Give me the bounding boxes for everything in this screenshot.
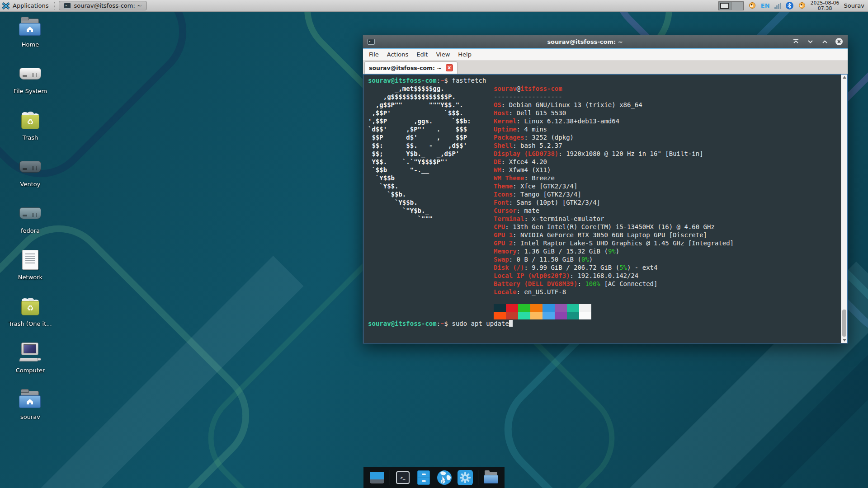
dock: >_ [363,467,505,488]
dock-separator [478,470,478,485]
trash-full-icon: ♻ [20,296,41,317]
workspace-2[interactable] [731,2,743,10]
menu-help[interactable]: Help [454,51,476,58]
desktop-icons: Home File System ♻ Trash Ventoy fedora N… [6,16,54,435]
desktop-icon-label: Trash [23,134,38,141]
applications-menu-button[interactable]: Applications [0,0,52,11]
debian-ascii-logo: _,met$$$$$gg. ,g$$$$$$$$$$$$$$$P. ,g$$P"… [368,84,494,319]
desktop-icon-home[interactable]: Home [6,16,54,61]
menu-edit[interactable]: Edit [412,51,432,58]
hard-drive-icon [19,63,41,84]
globe-icon [437,470,452,485]
taskbar-window-title: sourav@itsfoss-com: ~ [74,2,142,9]
file-cabinet-launcher[interactable] [415,469,432,486]
workspace-switcher[interactable] [718,1,744,10]
fastfetch-info-lines: sourav@itsfoss-com------------------OS: … [494,84,734,296]
scrollbar-thumb[interactable] [842,310,846,337]
scroll-down-arrow-icon[interactable] [843,339,846,342]
bluetooth-icon[interactable] [786,2,793,9]
workspace-1[interactable] [719,2,731,10]
desktop-icon-trash[interactable]: ♻ Trash [6,109,54,155]
clock-date: 2025-08-06 [811,0,840,6]
terminal-launcher[interactable]: >_ [395,469,411,486]
menu-file[interactable]: File [365,51,383,58]
top-panel: Applications ▸ sourav@itsfoss-com: ~ EN … [0,0,868,12]
hard-drive-icon [19,156,41,178]
desktop-icon-label: Ventoy [20,181,41,188]
desktop-icon-file-system[interactable]: File System [6,63,54,108]
terminal-window: ▸ sourav@itsfoss-com: ~ File Actions Edi… [363,35,848,344]
keep-above-button[interactable] [792,38,800,46]
file-manager-launcher[interactable] [483,469,499,486]
workspace-window-preview [720,3,729,9]
desktop-icon-sourav[interactable]: sourav [6,389,54,434]
document-icon [22,249,38,271]
desktop-icon-computer[interactable]: Computer [6,342,54,387]
hard-drive-icon [19,202,41,224]
menu-bar: File Actions Edit View Help [363,49,848,61]
panel-grip [53,2,56,9]
clock[interactable]: 2025-08-06 07:38 [811,0,840,11]
desktop-icon-fedora[interactable]: fedora [6,202,54,248]
show-desktop-button[interactable] [369,469,385,486]
minimize-button[interactable] [806,38,814,46]
file-cabinet-icon [417,470,430,485]
desktop-icon-label: Computer [16,367,45,374]
home-folder-icon [19,389,42,410]
user-name[interactable]: Sourav [844,2,864,9]
tab-close-icon[interactable]: x [446,64,453,71]
maximize-button[interactable] [821,38,829,46]
window-title: sourav@itsfoss-com: ~ [378,38,792,45]
computer-icon [19,342,42,364]
taskbar-window-button[interactable]: ▸ sourav@itsfoss-com: ~ [59,1,146,10]
trash-full-icon: ♻ [20,109,41,131]
gear-icon [458,470,473,485]
keyboard-layout-indicator[interactable]: EN [761,2,770,9]
close-button[interactable] [835,38,843,46]
scroll-up-arrow-icon[interactable] [843,76,846,79]
desktop-icon-label: Network [18,274,42,281]
folder-icon [484,472,498,483]
desktop-icon-label: Trash (One it... [9,320,52,327]
desktop-icon-label: sourav [20,413,40,420]
home-folder-icon [19,16,42,38]
terminal-icon: ▸ [368,39,375,45]
applications-label: Applications [13,2,48,9]
window-titlebar[interactable]: ▸ sourav@itsfoss-com: ~ [363,35,848,48]
show-desktop-icon [369,471,385,484]
network-signal-icon[interactable] [774,2,781,9]
prompt-line-fastfetch: sourav@itsfoss-com:~$ fastfetch [368,76,841,84]
prompt-line-current: sourav@itsfoss-com:~$ sudo apt update [368,319,841,328]
fastfetch-info-column: sourav@itsfoss-com------------------OS: … [494,84,734,319]
pufferfish-tray-icon[interactable] [798,2,806,9]
xfce-logo-icon [2,2,10,9]
settings-launcher[interactable] [457,469,473,486]
desktop-icon-label: File System [14,88,47,94]
tab-bar: sourav@itsfoss-com: ~ x [363,61,848,74]
menu-view[interactable]: View [432,51,454,58]
clock-time: 07:38 [811,6,840,11]
desktop-icon-trash-2[interactable]: ♻ Trash (One it... [6,296,54,341]
desktop-icon-label: Home [22,41,39,48]
desktop-icon-label: fedora [21,227,40,234]
terminal-palette-bright [494,312,734,319]
terminal-icon: >_ [396,471,410,484]
web-browser-launcher[interactable] [436,469,453,486]
pufferfish-tray-icon[interactable] [748,2,756,9]
dock-separator [390,470,390,485]
terminal-tab[interactable]: sourav@itsfoss-com: ~ x [364,61,458,74]
scrollbar[interactable] [841,75,847,343]
terminal-palette-normal [494,304,734,312]
blank-line [494,296,734,304]
terminal-icon: ▸ [64,3,71,9]
desktop-icon-network[interactable]: Network [6,249,54,294]
terminal-content[interactable]: sourav@itsfoss-com:~$ fastfetch _,met$$$… [363,75,841,343]
desktop-icon-ventoy[interactable]: Ventoy [6,156,54,201]
tab-title: sourav@itsfoss-com: ~ [369,65,442,71]
menu-actions[interactable]: Actions [383,51,413,58]
